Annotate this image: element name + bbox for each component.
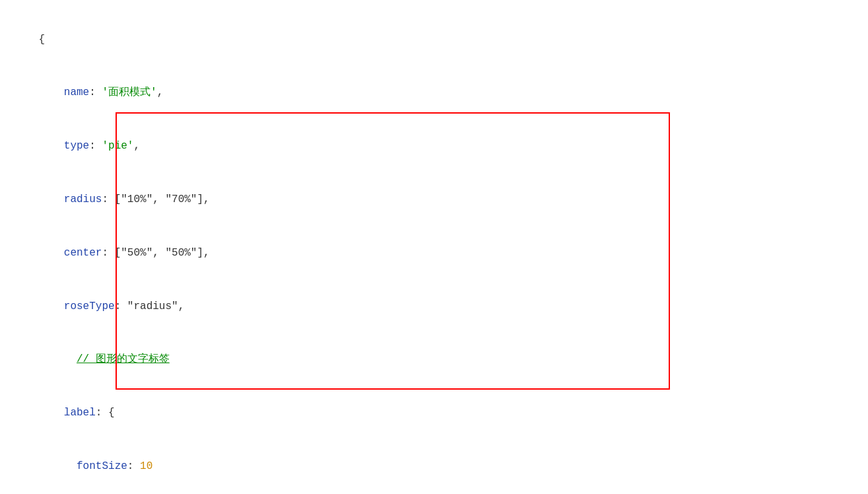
line-font-size: fontSize: 10 [13, 440, 855, 493]
fontSize-key: fontSize [77, 460, 127, 472]
line-label-open: label: { [13, 386, 855, 440]
roseType-val: "radius" [127, 300, 178, 312]
open-brace: { [38, 34, 45, 46]
roseType-key: roseType [64, 300, 115, 312]
line-comment-label: // 图形的文字标签 [13, 334, 855, 387]
fontSize-val: 10 [140, 460, 152, 472]
name-val: '面积模式' [102, 87, 156, 98]
line-radius: radius: ["10%", "70%"], [13, 173, 855, 227]
line-type: type: 'pie', [13, 120, 855, 174]
type-val: 'pie' [102, 140, 133, 152]
label-key: label [64, 407, 96, 419]
radius-val: ["10%", "70%"] [115, 194, 203, 205]
code-editor: { name: '面积模式', type: 'pie', radius: ["1… [0, 7, 868, 494]
center-key: center [64, 247, 102, 259]
comment-label: // 图形的文字标签 [77, 353, 170, 365]
line-rose-type: roseType: "radius", [13, 280, 855, 334]
radius-key: radius [64, 194, 102, 205]
name-key: name [64, 87, 89, 98]
line-name: name: '面积模式', [13, 67, 855, 120]
center-val: ["50%", "50%"] [115, 247, 203, 259]
line-center: center: ["50%", "50%"], [13, 227, 855, 280]
line-open-brace: { [13, 13, 855, 67]
type-key: type [64, 140, 89, 152]
